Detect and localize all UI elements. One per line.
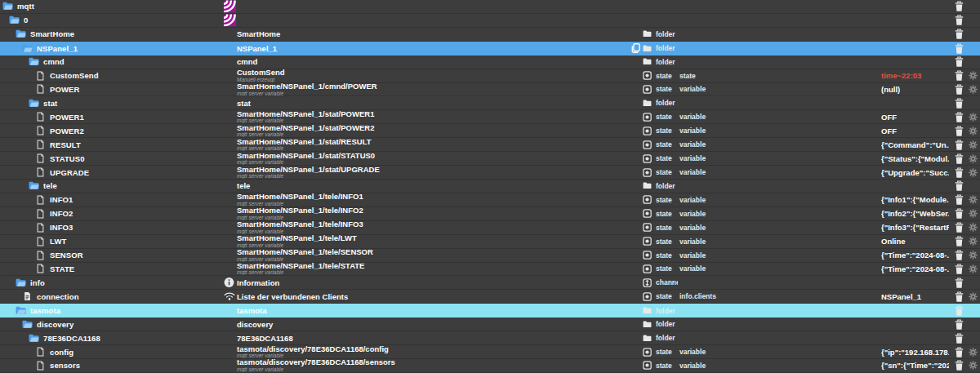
tree-cell[interactable]: LWT [0, 235, 224, 248]
tree-cell[interactable]: tasmota [0, 304, 224, 317]
trash-icon[interactable] [954, 42, 964, 54]
gear-icon[interactable] [968, 222, 978, 233]
gear-icon[interactable] [968, 236, 978, 247]
tree-cell[interactable]: stat [0, 96, 224, 109]
trash-icon[interactable] [954, 139, 964, 150]
gear-icon[interactable] [968, 208, 978, 220]
gear-icon[interactable] [968, 139, 978, 150]
gear-icon[interactable] [968, 346, 978, 357]
tree-cell[interactable]: UPGRADE [0, 166, 224, 179]
object-row-STATUS0[interactable]: STATUS0 SmartHome/NSPanel_1/stat/STATUS0… [0, 152, 980, 166]
tree-cell[interactable]: SENSOR [0, 249, 224, 262]
gear-icon[interactable] [968, 291, 978, 302]
tree-cell[interactable]: config [0, 345, 224, 358]
gear-icon[interactable] [968, 167, 978, 178]
trash-icon[interactable] [954, 263, 964, 274]
tree-cell[interactable]: discovery [0, 317, 224, 331]
object-row-SENSOR[interactable]: SENSOR SmartHome/NSPanel_1/tele/SENSOR m… [0, 249, 980, 263]
object-row-mqtt[interactable]: mqtt [0, 0, 980, 14]
trash-icon[interactable] [954, 125, 964, 136]
trash-icon[interactable] [954, 83, 964, 95]
copy-icon[interactable] [630, 43, 642, 53]
tree-cell[interactable]: cmnd [0, 56, 224, 69]
gear-icon[interactable] [968, 83, 978, 95]
trash-icon[interactable] [954, 222, 964, 233]
type-label: state [656, 85, 672, 93]
object-row-NSPanel_1[interactable]: NSPanel_1 NSPanel_1 folder [0, 42, 980, 56]
trash-icon[interactable] [954, 111, 964, 122]
trash-icon[interactable] [954, 332, 964, 344]
trash-icon[interactable] [954, 97, 964, 109]
trash-icon[interactable] [954, 277, 964, 288]
tree-cell[interactable]: RESULT [0, 138, 224, 151]
trash-icon[interactable] [954, 360, 964, 371]
trash-icon[interactable] [954, 1, 964, 12]
object-row-info[interactable]: info Information channel [0, 276, 980, 290]
object-row-RESULT[interactable]: RESULT SmartHome/NSPanel_1/stat/RESULT m… [0, 138, 980, 152]
tree-cell[interactable]: mqtt [0, 0, 224, 13]
object-row-cmnd[interactable]: cmnd cmnd folder [0, 56, 980, 69]
object-row-POWER2[interactable]: POWER2 SmartHome/NSPanel_1/stat/POWER2 m… [0, 124, 980, 138]
object-row-UPGRADE[interactable]: UPGRADE SmartHome/NSPanel_1/stat/UPGRADE… [0, 166, 980, 180]
trash-icon[interactable] [954, 56, 964, 68]
object-row-config[interactable]: config tasmota/discovery/78E36DCA1168/co… [0, 345, 980, 359]
tree-cell[interactable]: sensors [0, 359, 224, 372]
gear-icon[interactable] [968, 125, 978, 136]
object-row-POWER[interactable]: POWER SmartHome/NSPanel_1/cmnd/POWER mqt… [0, 83, 980, 97]
tree-cell[interactable]: POWER [0, 83, 224, 96]
tree-cell[interactable]: INFO3 [0, 221, 224, 234]
gear-icon[interactable] [968, 111, 978, 122]
gear-icon[interactable] [968, 70, 978, 82]
object-row-STATE[interactable]: STATE SmartHome/NSPanel_1/tele/STATE mqt… [0, 263, 980, 277]
object-row-LWT[interactable]: LWT SmartHome/NSPanel_1/tele/LWT mqtt se… [0, 235, 980, 249]
object-row-discovery[interactable]: discovery discovery folder [0, 317, 980, 331]
trash-icon[interactable] [954, 153, 964, 164]
tree-cell[interactable]: 78E36DCA1168 [0, 331, 224, 344]
trash-icon[interactable] [954, 346, 964, 357]
trash-icon[interactable] [954, 318, 964, 330]
trash-icon[interactable] [954, 305, 964, 317]
object-row-stat[interactable]: stat stat folder [0, 96, 980, 110]
trash-icon[interactable] [954, 208, 964, 220]
trash-icon[interactable] [954, 167, 964, 178]
trash-icon[interactable] [954, 15, 964, 26]
object-row-SmartHome[interactable]: SmartHome SmartHome folder [0, 28, 980, 42]
gear-icon[interactable] [968, 263, 978, 274]
trash-icon[interactable] [954, 29, 964, 40]
object-row-tasmota[interactable]: tasmota tasmota folder [0, 304, 980, 317]
objects-tree[interactable]: mqtt 0 [0, 0, 980, 373]
gear-icon[interactable] [968, 194, 978, 206]
object-row-78E36DCA1168[interactable]: 78E36DCA1168 78E36DCA1168 folder [0, 331, 980, 345]
tree-cell[interactable]: 0 [0, 14, 224, 27]
tree-cell[interactable]: INFO2 [0, 207, 224, 220]
object-row-INFO2[interactable]: INFO2 SmartHome/NSPanel_1/tele/INFO2 mqt… [0, 207, 980, 221]
object-row-POWER1[interactable]: POWER1 SmartHome/NSPanel_1/stat/POWER1 m… [0, 110, 980, 124]
trash-icon[interactable] [954, 236, 964, 247]
tree-cell[interactable]: info [0, 276, 224, 289]
gear-icon[interactable] [968, 360, 978, 371]
tree-cell[interactable]: STATUS0 [0, 152, 224, 165]
tree-cell[interactable]: POWER1 [0, 110, 224, 123]
gear-icon[interactable] [968, 153, 978, 164]
gear-icon[interactable] [968, 250, 978, 261]
tree-cell[interactable]: INFO1 [0, 193, 224, 206]
object-row-INFO1[interactable]: INFO1 SmartHome/NSPanel_1/tele/INFO1 mqt… [0, 193, 980, 207]
trash-icon[interactable] [954, 194, 964, 206]
object-row-sensors[interactable]: sensors tasmota/discovery/78E36DCA1168/s… [0, 359, 980, 373]
object-row-CustomSend[interactable]: CustomSend CustomSend Manuell erzeugt st… [0, 69, 980, 83]
trash-icon[interactable] [954, 291, 964, 302]
object-row-0[interactable]: 0 [0, 14, 980, 28]
tree-cell[interactable]: connection [0, 290, 224, 303]
object-row-tele[interactable]: tele tele folder [0, 180, 980, 193]
object-row-connection[interactable]: connection Liste der verbundenen Clients… [0, 290, 980, 304]
tree-cell[interactable]: SmartHome [0, 28, 224, 41]
object-row-INFO3[interactable]: INFO3 SmartHome/NSPanel_1/tele/INFO3 mqt… [0, 221, 980, 235]
trash-icon[interactable] [954, 180, 964, 192]
trash-icon[interactable] [954, 70, 964, 82]
tree-cell[interactable]: tele [0, 180, 224, 193]
tree-cell[interactable]: NSPanel_1 [0, 42, 224, 56]
tree-cell[interactable]: CustomSend [0, 69, 224, 82]
tree-cell[interactable]: POWER2 [0, 124, 224, 137]
trash-icon[interactable] [954, 250, 964, 261]
tree-cell[interactable]: STATE [0, 263, 224, 276]
